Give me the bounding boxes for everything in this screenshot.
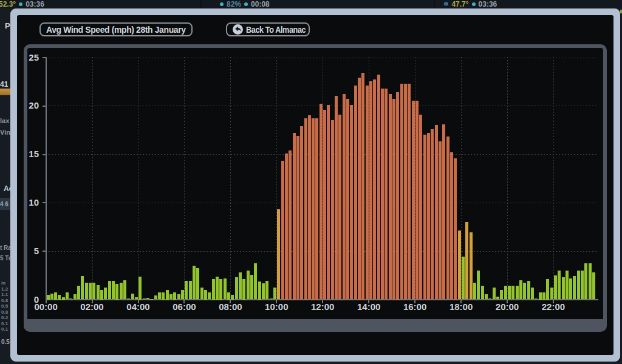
status-time: 00:08 (251, 0, 270, 8)
wind-bar (462, 257, 465, 299)
x-axis-label: 16:00 (402, 303, 428, 311)
bg-mini-value: 0.1 (1, 321, 8, 327)
wind-bar (212, 279, 215, 300)
y-axis-line (46, 57, 47, 300)
wind-bar (247, 271, 250, 300)
wind-bar (338, 115, 341, 300)
chart-modal: Avg Wind Speed (mph) 28th January Back T… (10, 8, 620, 362)
wind-bar (293, 133, 296, 300)
wind-bar (331, 120, 334, 299)
status-dot-icon (472, 2, 476, 6)
status-bar: 52.3° 03:36 82% 00:08 ❄ 47.7° 03:36 (0, 0, 622, 8)
gridline-v (230, 57, 231, 300)
back-button-label: Back To Almanac (246, 25, 298, 35)
wind-bar (189, 281, 192, 299)
background-left-panel: P 41 5 lax Vind Ac 4 6 t Ra 5 To in1.21.… (0, 8, 10, 364)
wind-bar (327, 105, 330, 300)
wind-bar (358, 78, 361, 300)
wind-bar (235, 277, 238, 300)
wind-bar (315, 118, 318, 300)
wind-bar (381, 89, 384, 300)
wind-bar (270, 298, 273, 300)
bg-mini-value: 0.1 (1, 326, 8, 332)
wind-bar (435, 125, 438, 299)
x-axis-label: 20:00 (494, 303, 521, 311)
wind-bar (289, 150, 292, 300)
status-middle: 82% 00:08 (220, 0, 270, 8)
wind-bar (208, 292, 211, 299)
bg-wind-label: Vind (0, 129, 10, 136)
wind-bar (100, 290, 103, 300)
wind-bar (400, 84, 403, 300)
wind-bar (423, 135, 426, 299)
wind-bar (281, 161, 284, 299)
bg-mini-value: 0.8 (1, 298, 8, 304)
bg-actual-label: Ac (4, 184, 10, 193)
wind-bar (384, 89, 388, 300)
bg-mini-value: 0.5 (1, 303, 8, 309)
wind-bar (516, 286, 519, 299)
bg-fragment-label: P (5, 21, 10, 30)
wind-bar (131, 294, 134, 300)
wind-bar (127, 298, 130, 300)
status-right: ❄ 47.7° 03:36 (443, 0, 497, 8)
wind-bar (569, 278, 572, 299)
wind-bar (511, 286, 514, 299)
x-axis-label: 12:00 (309, 303, 336, 311)
wind-bar (550, 288, 553, 299)
wind-bar (166, 290, 169, 300)
wind-bar (366, 86, 369, 300)
wind-bar (89, 283, 92, 299)
wind-bar (542, 292, 545, 300)
chart-title: Avg Wind Speed (mph) 28th January (39, 22, 193, 36)
back-to-almanac-button[interactable]: Back To Almanac (226, 22, 310, 36)
x-axis-label: 22:00 (540, 303, 567, 311)
wind-speed-bar-chart: 051015202500:0002:0004:0006:0008:0010:00… (27, 48, 603, 319)
wind-bar (250, 275, 253, 300)
wind-bar (581, 271, 584, 299)
wind-bar (470, 232, 473, 299)
bg-mini-value: 0.2 (1, 315, 8, 321)
wind-bar (242, 279, 245, 300)
y-axis-label: 15 (27, 150, 39, 158)
wind-bar (154, 295, 157, 299)
bg-fragment-row: 41 5 (0, 80, 10, 89)
chart-panel: 051015202500:0002:0004:0006:0008:0010:00… (24, 44, 607, 332)
bg-mini-column: in1.21.10.80.50.80.20.10.1 (1, 280, 8, 332)
wind-bar (439, 141, 442, 299)
wind-bar (442, 124, 445, 300)
wind-bar (120, 283, 123, 299)
wind-bar (47, 295, 50, 300)
wind-bar (496, 297, 499, 300)
status-dot-icon (220, 2, 224, 6)
wind-bar (427, 133, 430, 300)
humidity-value: 82% (227, 0, 241, 8)
wind-bar (69, 298, 72, 300)
wind-bar (343, 94, 346, 299)
wind-bar (216, 277, 219, 300)
gridline-h (46, 58, 598, 58)
gridline-v (507, 57, 508, 300)
back-arrow-icon (233, 24, 243, 35)
y-tick (43, 154, 46, 155)
wind-bar (527, 281, 530, 299)
wind-bar (473, 283, 476, 299)
wind-bar (277, 209, 280, 299)
wind-bar (169, 294, 173, 300)
wind-bar (392, 99, 395, 299)
wind-bar (273, 288, 276, 299)
wind-bar (323, 110, 326, 300)
y-tick (43, 202, 46, 203)
feels-like-temp: 47.7° (451, 0, 468, 8)
y-axis-label: 20 (27, 101, 39, 110)
wind-bar (396, 92, 399, 300)
wind-bar (389, 94, 392, 299)
wind-bar (408, 84, 411, 300)
wind-bar (181, 290, 184, 299)
wind-bar (219, 279, 222, 300)
wind-bar (500, 290, 503, 299)
wind-bar (227, 292, 230, 300)
wind-bar (262, 283, 265, 299)
wind-bar (104, 288, 107, 299)
wind-bar (112, 281, 115, 299)
